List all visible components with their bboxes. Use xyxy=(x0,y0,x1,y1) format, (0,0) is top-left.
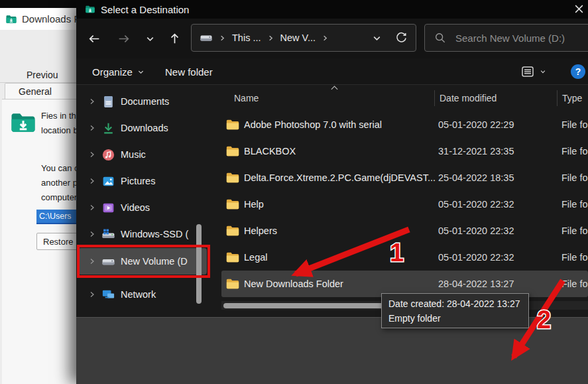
sidebar-item-network[interactable]: Network xyxy=(78,281,207,308)
file-type: File fo xyxy=(561,279,588,289)
documents-icon xyxy=(101,95,115,109)
folder-tooltip: Date created: 28-04-2022 13:27 Empty fol… xyxy=(381,293,529,328)
folder-icon xyxy=(225,197,240,212)
new-folder-button[interactable]: New folder xyxy=(165,58,213,85)
file-name: Helpers xyxy=(244,225,436,236)
windows-drive-icon xyxy=(101,227,115,241)
command-bar: Organize New folder ? xyxy=(76,58,588,85)
sidebar-item-label: Windows-SSD ( xyxy=(121,229,188,239)
help-icon[interactable]: ? xyxy=(571,64,585,79)
file-row-legal[interactable]: Legal05-01-2020 22:32File fo xyxy=(221,244,588,271)
screenshot-root: Downloads P Previou General Fies in th l… xyxy=(0,0,588,384)
search-input[interactable] xyxy=(455,32,588,44)
chevron-right-icon[interactable] xyxy=(88,230,96,238)
file-type: File fo xyxy=(561,146,588,157)
tab-general[interactable]: General xyxy=(5,83,78,99)
chevron-right-icon[interactable] xyxy=(88,177,96,185)
paragraph-line3: computer xyxy=(41,192,77,202)
file-date-modified: 31-12-2021 23:35 xyxy=(438,146,514,157)
file-date-modified: 05-01-2020 22:32 xyxy=(438,199,514,210)
column-header-date-modified[interactable]: Date modified xyxy=(440,93,497,103)
dialog-title-icon xyxy=(85,4,95,15)
restore-default-button[interactable]: Restore xyxy=(36,233,78,250)
sidebar-item-label: Documents xyxy=(121,96,169,107)
file-row-delta-force-xtreme-2-pc-game-djdevast[interactable]: Delta.Force.Xtreme.2.PC.Game(djDEVAST...… xyxy=(221,164,588,191)
sort-ascending-icon[interactable] xyxy=(330,85,339,91)
file-row-adobe-photoshop-7-0-with-serial[interactable]: Adobe Photoshop 7.0 with serial05-01-202… xyxy=(221,111,588,138)
breadcrumb-segment-this-pc[interactable]: This ... xyxy=(232,32,261,43)
downloads-properties-titlebar: Downloads P xyxy=(0,8,78,30)
music-icon xyxy=(101,148,115,162)
up-icon[interactable] xyxy=(166,31,182,46)
downloads-folder-large-icon xyxy=(9,109,37,137)
breadcrumb[interactable]: This ... New V... xyxy=(191,24,416,52)
sidebar-item-label: Downloads xyxy=(121,123,168,133)
chevron-right-icon[interactable] xyxy=(88,124,96,132)
chevron-right-icon[interactable] xyxy=(88,151,96,159)
tab-previous-versions[interactable]: Previou xyxy=(27,70,58,80)
sidebar-item-windows-ssd[interactable]: Windows-SSD ( xyxy=(78,221,207,247)
chevron-down-icon xyxy=(137,68,145,76)
select-destination-dialog: Select a Destination This ... xyxy=(76,0,588,384)
chevron-right-icon xyxy=(267,34,274,42)
sidebar-item-pictures[interactable]: Pictures xyxy=(78,168,207,194)
address-dropdown-chevron-icon[interactable] xyxy=(372,33,382,43)
file-row-helpers[interactable]: Helpers05-01-2020 22:32File fo xyxy=(221,218,588,244)
chevron-right-icon[interactable] xyxy=(88,290,96,298)
file-date-modified: 28-04-2022 13:27 xyxy=(438,279,514,289)
column-header-name[interactable]: Name xyxy=(234,93,259,103)
network-icon xyxy=(101,288,115,302)
drive-icon xyxy=(200,31,213,44)
column-separator[interactable] xyxy=(557,90,558,106)
chevron-right-icon[interactable] xyxy=(88,204,96,212)
file-name: Help xyxy=(244,199,436,210)
chevron-right-icon[interactable] xyxy=(88,97,96,105)
file-type: File fo xyxy=(561,199,588,210)
sidebar-item-label: Pictures xyxy=(121,176,155,186)
folder-icon xyxy=(225,224,240,238)
file-row-help[interactable]: Help05-01-2020 22:32File fo xyxy=(221,191,588,218)
highlight-box-new-volume xyxy=(77,245,210,278)
forward-icon[interactable] xyxy=(115,31,131,46)
pictures-icon xyxy=(101,174,115,188)
breadcrumb-segment-new-volume[interactable]: New V... xyxy=(280,32,316,43)
column-separator[interactable] xyxy=(434,90,435,106)
paragraph-line2: another p xyxy=(41,178,78,188)
folder-icon xyxy=(225,170,240,185)
file-name: New Downloads Folder xyxy=(244,279,436,289)
folder-icon xyxy=(225,117,240,132)
downloads-icon xyxy=(101,121,115,135)
organize-menu[interactable]: Organize xyxy=(92,58,145,85)
sidebar-item-downloads[interactable]: Downloads xyxy=(78,115,207,141)
file-type: File fo xyxy=(561,172,588,183)
sidebar-item-videos[interactable]: Videos xyxy=(78,194,207,221)
location-path-field[interactable]: C:\Users xyxy=(36,210,78,224)
tooltip-date-created: Date created: 28-04-2022 13:27 xyxy=(388,296,522,311)
file-date-modified: 25-04-2022 18:35 xyxy=(438,172,514,183)
view-options-button[interactable] xyxy=(520,58,546,85)
downloads-properties-body: Previou General Fies in th location b Yo… xyxy=(0,30,78,384)
file-name: Adobe Photoshop 7.0 with serial xyxy=(244,119,436,130)
organize-label: Organize xyxy=(92,66,133,78)
videos-icon xyxy=(101,201,115,215)
back-icon[interactable] xyxy=(86,31,102,46)
downloads-folder-icon xyxy=(5,13,17,25)
search-icon xyxy=(434,32,446,44)
recent-locations-chevron-icon[interactable] xyxy=(142,31,158,46)
downloads-properties-window: Downloads P Previou General Fies in th l… xyxy=(0,0,78,384)
chevron-down-icon xyxy=(540,68,546,75)
file-type: File fo xyxy=(561,252,588,263)
info-text-line2: location b xyxy=(41,125,78,135)
search-box[interactable] xyxy=(424,24,588,52)
sidebar-item-music[interactable]: Music xyxy=(78,141,207,168)
folder-icon xyxy=(225,144,240,159)
refresh-icon[interactable] xyxy=(395,32,408,44)
file-row-blackbox[interactable]: BLACKBOX31-12-2021 23:35File fo xyxy=(221,138,588,164)
close-icon[interactable] xyxy=(570,0,588,17)
dialog-title: Select a Destination xyxy=(101,4,189,15)
sidebar-item-label: Music xyxy=(121,149,146,160)
background-window-top-strip xyxy=(0,0,78,8)
file-type: File fo xyxy=(561,119,588,130)
sidebar-item-documents[interactable]: Documents xyxy=(78,88,207,115)
column-header-type[interactable]: Type xyxy=(562,93,582,103)
